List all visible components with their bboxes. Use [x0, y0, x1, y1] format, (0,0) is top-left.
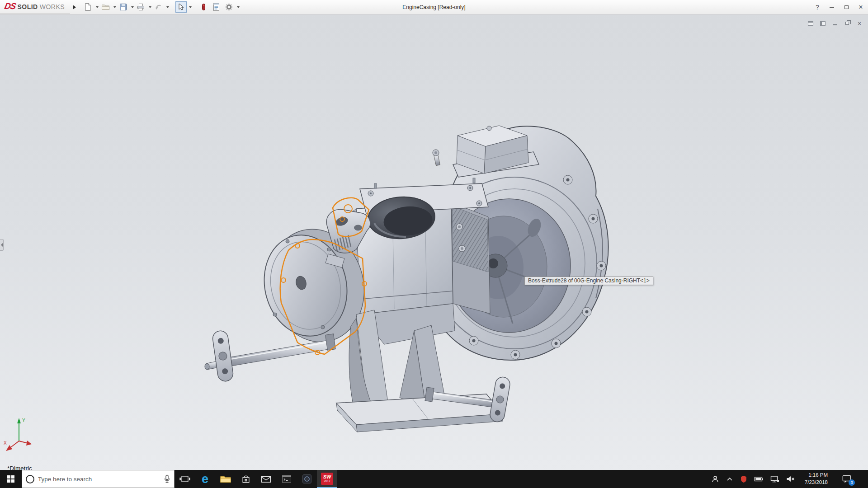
volume-mute-icon[interactable] [786, 475, 795, 483]
notification-badge: 3 [849, 479, 855, 486]
save-button[interactable] [118, 1, 129, 13]
taskbar-clock[interactable]: 1:16 PM 7/23/2018 [802, 472, 830, 486]
open-button[interactable] [100, 1, 111, 13]
undo-icon [154, 2, 163, 12]
action-center-button[interactable]: 3 [837, 470, 856, 488]
windows-taskbar: e [0, 470, 868, 488]
battery-icon[interactable] [754, 475, 764, 483]
clock-date: 7/23/2018 [805, 479, 828, 486]
doc-close-button[interactable]: × [856, 20, 863, 26]
options-button[interactable] [223, 1, 235, 13]
network-icon[interactable] [770, 475, 779, 483]
triad-y-label: Y [22, 418, 25, 423]
app-dark-button[interactable] [297, 470, 317, 488]
start-button[interactable] [0, 470, 22, 488]
minimize-button[interactable] [825, 0, 839, 14]
undo-dropdown[interactable] [166, 6, 169, 8]
cortana-icon [26, 475, 34, 483]
brand-solid-text: SOLID [17, 3, 38, 10]
new-document-dropdown[interactable] [96, 6, 99, 8]
feature-tooltip: Boss-Extrude28 of 00G-Engine Casing-RIGH… [524, 277, 653, 285]
taskbar-search[interactable] [22, 470, 175, 488]
print-button[interactable] [135, 1, 146, 13]
toolbar-flyout-arrow[interactable] [73, 5, 76, 9]
store-icon [241, 474, 251, 484]
maximize-icon [844, 5, 849, 9]
quick-access-toolbar [82, 1, 240, 13]
help-button[interactable]: ? [810, 0, 825, 14]
engine-casing-model [0, 14, 868, 470]
window-controls: ? × [810, 0, 868, 14]
system-tray: 1:16 PM 7/23/2018 3 [711, 470, 868, 488]
people-icon[interactable] [711, 475, 719, 483]
doc-restore-button[interactable] [844, 20, 850, 26]
save-dropdown[interactable] [131, 6, 134, 8]
minimize-icon [830, 7, 834, 8]
task-view-button[interactable] [175, 470, 195, 488]
chevron-up-icon[interactable] [726, 476, 733, 482]
new-document-icon [83, 2, 93, 12]
close-button[interactable]: × [854, 0, 868, 14]
doc-restore-icon [845, 22, 849, 25]
new-document-button[interactable] [82, 1, 94, 13]
document-window-controls: × [807, 20, 863, 26]
console-icon [281, 474, 292, 484]
task-view-icon [179, 474, 191, 484]
solidworks-app-icon: SW 2017 [321, 473, 333, 485]
close-icon: × [859, 4, 863, 11]
mail-button[interactable] [256, 470, 276, 488]
solidworks-taskbar-button[interactable]: SW 2017 [317, 470, 337, 488]
panel-splitter-tab[interactable] [0, 239, 4, 251]
file-properties-button[interactable] [211, 1, 222, 13]
gear-icon [224, 2, 234, 12]
undo-button[interactable] [153, 1, 164, 13]
titlebar: DS SOLIDWORKS [0, 0, 868, 14]
windows-logo-icon [7, 475, 14, 483]
rebuild-button[interactable] [198, 1, 209, 13]
print-icon [136, 2, 146, 12]
file-properties-icon [212, 2, 221, 12]
rebuild-stoplight-icon [199, 2, 208, 12]
brand-works-text: WORKS [40, 3, 65, 10]
triad-x-label: X [4, 441, 7, 446]
mail-icon [260, 474, 272, 483]
solidworks-logo: DS SOLIDWORKS [0, 0, 70, 14]
select-arrow-icon [176, 2, 186, 12]
security-shield-icon[interactable] [740, 475, 747, 483]
graphics-viewport[interactable]: × Boss-Extrude28 of 00G-Engine Casing-RI… [0, 14, 868, 470]
open-dropdown[interactable] [113, 6, 116, 8]
search-input[interactable] [38, 476, 160, 483]
app-dark-icon [302, 474, 312, 484]
edge-button[interactable]: e [195, 470, 215, 488]
doc-close-icon: × [858, 20, 861, 27]
window-title: EngineCasing [Read-only] [402, 4, 465, 10]
open-folder-icon [101, 2, 110, 12]
file-explorer-button[interactable] [215, 470, 236, 488]
console-button[interactable] [276, 470, 297, 488]
edge-icon: e [202, 473, 208, 485]
file-explorer-icon [220, 474, 231, 484]
view-orientation-label: *Dimetric [7, 465, 32, 470]
store-button[interactable] [236, 470, 256, 488]
microphone-icon[interactable] [164, 474, 170, 483]
doc-minimize-button[interactable] [832, 20, 838, 26]
options-dropdown[interactable] [237, 6, 240, 8]
orientation-triad: Y X [4, 415, 36, 454]
save-floppy-icon [118, 2, 128, 12]
select-tool-button[interactable] [175, 1, 187, 13]
doc-minimize-icon [833, 24, 837, 25]
doc-pane-icon[interactable] [807, 20, 814, 26]
doc-split-pane-icon[interactable] [820, 20, 826, 26]
solidworks-ds-icon: DS [4, 1, 17, 11]
print-dropdown[interactable] [149, 6, 151, 8]
clock-time: 1:16 PM [805, 472, 828, 479]
maximize-button[interactable] [839, 0, 854, 14]
select-tool-dropdown[interactable] [189, 6, 192, 8]
